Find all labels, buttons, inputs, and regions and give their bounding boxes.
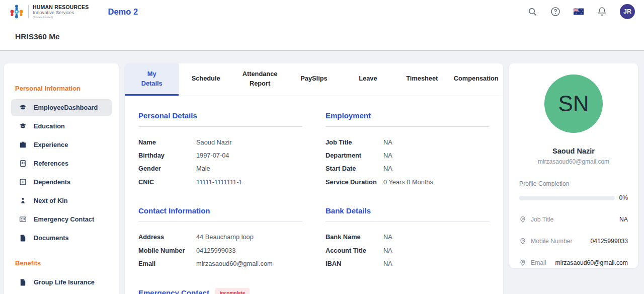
field-label: Service Duration xyxy=(326,178,383,186)
profile-row-job-title: Job Title NA xyxy=(519,216,628,223)
section-divider xyxy=(326,126,490,127)
section-divider xyxy=(138,222,302,222)
field-value: NA xyxy=(383,165,490,173)
field-value: Saoud Nazir xyxy=(196,138,302,146)
sidebar-item-label: References xyxy=(34,160,68,167)
field-value: 11111-1111111-1 xyxy=(196,178,302,186)
tab-leave[interactable]: Leave xyxy=(341,63,395,96)
field-value: 1997-07-04 xyxy=(196,151,302,159)
graduation-cap-icon xyxy=(19,104,27,111)
profile-row-label: Email xyxy=(531,259,546,266)
document-person-icon xyxy=(19,160,27,167)
profile-row-value: NA xyxy=(619,216,628,223)
field-label: Department xyxy=(326,151,383,159)
top-header: HUMAN RESOURCES Innovative Services (Pri… xyxy=(0,0,644,23)
tab-bar: My Details Schedule Attendance Report Pa… xyxy=(125,63,503,96)
tab-attendance-report[interactable]: Attendance Report xyxy=(233,63,287,96)
section-title: Contact Information xyxy=(138,206,302,215)
field-label: Name xyxy=(138,138,196,146)
tab-compensation[interactable]: Compensation xyxy=(449,63,503,96)
profile-row-email: Email mirzasaoud60@gmail.com xyxy=(519,259,628,266)
field-label: Start Date xyxy=(326,165,383,173)
field-value: 44 Beauchamp loop xyxy=(196,233,302,241)
file-icon xyxy=(19,234,27,242)
sidebar-item-dependents[interactable]: Dependents xyxy=(11,174,112,190)
field-value: mirzasaoud60@gmail.com xyxy=(196,260,302,268)
tab-schedule[interactable]: Schedule xyxy=(179,63,232,96)
section-title: Personal Details xyxy=(138,111,302,120)
profile-row-label: Job Title xyxy=(531,216,553,223)
sidebar-item-experience[interactable]: Experience xyxy=(11,136,112,153)
profile-completion-value: 0% xyxy=(619,194,628,201)
sidebar-item-documents[interactable]: Documents xyxy=(11,230,112,246)
field-value: 0 Years 0 Months xyxy=(383,178,490,186)
sidebar-item-emergency-contact[interactable]: Emergency Contact xyxy=(11,211,112,228)
sidebar-item-group-life-isurance[interactable]: Group Life Isurance xyxy=(11,274,112,290)
profile-completion-bar xyxy=(519,196,615,200)
contact-card-icon xyxy=(19,215,27,223)
sidebar-item-label: Dependents xyxy=(34,178,70,186)
sidebar-item-references[interactable]: References xyxy=(11,155,112,172)
profile-row-label: Mobile Number xyxy=(531,238,573,245)
section-divider xyxy=(138,126,302,127)
incomplete-badge: Incomplete xyxy=(215,288,250,294)
field-value: NA xyxy=(383,246,490,254)
field-value: NA xyxy=(383,233,490,241)
search-icon[interactable] xyxy=(527,7,537,17)
user-avatar[interactable]: JR xyxy=(620,4,635,19)
file-icon xyxy=(19,278,27,286)
profile-row-value: 04125999033 xyxy=(590,238,628,245)
map-pin-icon xyxy=(519,216,526,223)
sidebar-item-label: Next of Kin xyxy=(34,197,68,204)
profile-row-mobile-number: Mobile Number 04125999033 xyxy=(519,238,628,245)
page-header: HRIS360 Me xyxy=(0,23,644,51)
logo-divider xyxy=(28,5,29,18)
sidebar-item-label: Emergency Contact xyxy=(34,215,94,223)
sidebar-item-employee-dashboard[interactable]: EmployeeDashboard xyxy=(11,99,112,116)
field-label: Mobile Number xyxy=(138,246,196,254)
person-icon xyxy=(19,197,27,204)
field-label: Email xyxy=(138,260,196,268)
section-title: Bank Details xyxy=(326,206,490,215)
field-label: Birthday xyxy=(138,151,196,159)
tab-timesheet[interactable]: Timesheet xyxy=(395,63,449,96)
field-label: CNIC xyxy=(138,178,196,186)
section-title: Employment xyxy=(326,111,490,120)
profile-avatar: SN xyxy=(544,75,603,133)
plus-square-icon xyxy=(19,178,27,186)
field-value: 04125999033 xyxy=(196,246,302,254)
company-logo-icon xyxy=(9,4,24,19)
tab-my-details[interactable]: My Details xyxy=(125,63,179,96)
sidebar-item-next-of-kin[interactable]: Next of Kin xyxy=(11,192,112,209)
field-value: NA xyxy=(383,138,490,146)
section-title: Emergency Contact xyxy=(138,288,209,294)
help-icon[interactable] xyxy=(550,7,560,17)
sidebar-item-label: Education xyxy=(34,122,65,130)
sidebar-item-label: Group Life Isurance xyxy=(34,278,95,286)
sidebar-item-education[interactable]: Education xyxy=(11,118,112,134)
app-title: Demo 2 xyxy=(108,7,138,17)
section-employment: Employment Job TitleNA DepartmentNA Star… xyxy=(326,111,490,186)
sidebar-section-personal-information: Personal Information xyxy=(11,85,112,92)
sidebar-section-benefits: Benefits xyxy=(11,259,112,267)
graduation-cap-icon xyxy=(19,122,27,130)
field-label: Account Title xyxy=(326,246,383,254)
profile-completion-label: Profile Completion xyxy=(519,180,628,187)
company-logo: HUMAN RESOURCES Innovative Services (Pri… xyxy=(9,4,89,19)
field-label: IBAN xyxy=(326,260,383,268)
field-label: Bank Name xyxy=(326,233,383,241)
bell-icon[interactable] xyxy=(597,7,607,17)
australia-flag[interactable] xyxy=(574,7,584,17)
briefcase-icon xyxy=(19,141,27,149)
sidebar: Personal Information EmployeeDashboard E… xyxy=(4,63,119,294)
section-bank-details: Bank Details Bank NameNA Account TitleNA… xyxy=(326,206,490,268)
field-value: NA xyxy=(383,151,490,159)
profile-card: SN Saoud Nazir mirzasaoud60@gmail.com Pr… xyxy=(509,63,638,268)
tab-payslips[interactable]: PaySlips xyxy=(287,63,341,96)
profile-email: mirzasaoud60@gmail.com xyxy=(519,158,628,165)
main-panel: My Details Schedule Attendance Report Pa… xyxy=(125,63,503,294)
map-pin-icon xyxy=(519,259,526,266)
page-title: HRIS360 Me xyxy=(15,32,60,41)
logo-line2: Innovative Services xyxy=(33,10,89,16)
field-value: Male xyxy=(196,165,302,173)
